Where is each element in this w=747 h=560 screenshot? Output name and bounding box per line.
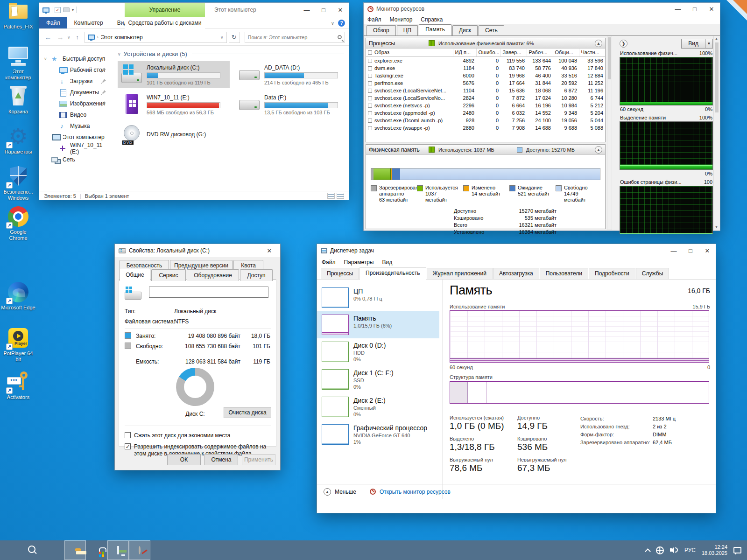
language-indicator[interactable]: РУС [684,547,696,553]
desktop-icon[interactable]: ••• ↗ Activators [1,371,35,400]
resmon-tab[interactable]: Память [419,24,451,35]
taskmgr-tab[interactable]: Журнал приложений [427,268,493,279]
sidebar-item[interactable]: Этот компьютер [39,132,111,143]
view-dropdown-chevron-icon[interactable]: ▼ [705,39,712,48]
drive-tile[interactable]: DVD DVD RW дисковод (G:) [118,121,230,148]
process-checkbox[interactable] [368,119,372,123]
resmon-titlebar[interactable]: Монитор ресурсов — □ ✕ [364,3,720,15]
process-checkbox[interactable] [368,111,372,115]
performance-sidebar-item[interactable]: Диск 2 (E:) Сменный 0% [317,393,439,421]
address-bar[interactable]: › Этот компьютер ∨ [85,32,227,43]
menu-item[interactable]: Справка [421,16,443,23]
column-header[interactable]: Завер... [500,49,527,56]
drive-tile[interactable]: WIN7_10_11 (E:) 568 МБ свободно из 56,3 … [118,91,230,118]
sidebar-item[interactable]: ∨ Быстрый доступ [39,53,111,64]
resmon-tab[interactable]: Сеть [479,25,504,35]
address-dropdown-chevron-icon[interactable]: ∨ [220,35,224,40]
minimize-button[interactable]: — [669,3,686,15]
close-button[interactable]: ✕ [699,244,716,257]
drive-tile[interactable]: Локальный диск (C:) 101 ГБ свободно из 1… [118,61,230,88]
dialog-titlebar[interactable]: Свойства: Локальный диск (C:) ✕ [115,244,280,257]
taskmgr-tab[interactable]: Службы [636,268,669,279]
tab-previous-versions[interactable]: Предыдущие версии [170,260,233,270]
collapse-group-chevron-icon[interactable]: ∨ [118,52,121,56]
performance-sidebar-item[interactable]: Память 1,0/15,9 ГБ (6%) [317,311,439,338]
taskmgr-tab[interactable]: Пользователи [540,268,588,279]
desktop-icon[interactable]: ↗ Безопасно... Windows [1,165,35,201]
forward-button[interactable]: → [55,33,65,41]
help-icon[interactable]: ? [338,20,345,27]
taskmgr-tab[interactable]: Производительность [359,267,426,280]
tab-hardware[interactable]: Оборудование [187,269,239,281]
desktop-icon[interactable]: Patches_FIX [1,0,35,30]
search-input[interactable] [248,35,338,40]
process-row[interactable]: explorer.exe 4892 0 119 556 133 644 100 … [366,57,605,64]
volume-icon[interactable] [670,546,678,554]
taskbar-button[interactable] [107,540,129,560]
view-button[interactable]: Вид ▼ [681,39,713,49]
process-row[interactable]: dwm.exe 1184 0 83 740 58 776 40 936 17 8… [366,64,605,72]
disk-tools-ribbon-tab[interactable]: Средства работы с дисками [125,17,205,29]
desktop-icon[interactable]: Player ↗ PotPlayer 64 bit [1,327,35,363]
sidebar-item[interactable]: WIN7_10_11 (E:) [39,143,111,154]
resmon-tab[interactable]: ЦП [397,25,418,35]
taskbar-button[interactable] [43,540,64,560]
performance-sidebar-item[interactable]: Диск 1 (C: F:) SSD 0% [317,366,439,393]
processes-section-header[interactable]: Процессы Использование физической памяти… [366,38,605,49]
customize-qat-chevron-icon[interactable]: ▾ [72,8,74,12]
close-button[interactable]: ✕ [262,247,276,254]
process-row[interactable]: svchost.exe (netsvcs -p) 2296 0 6 664 16… [366,102,605,109]
explorer-titlebar[interactable]: ✓ ▾ Управление Этот компьютер — □ ✕ [39,3,349,17]
disk-cleanup-button[interactable]: Очистка диска [224,407,271,418]
apply-button[interactable]: Применить [242,454,275,465]
up-button[interactable]: ↑ [72,34,83,41]
network-status-icon[interactable] [656,546,664,554]
refresh-button[interactable]: ↻ [229,32,240,43]
taskmgr-tab[interactable]: Процессы [321,268,359,279]
clock[interactable]: 12:24 18.03.2025 [702,544,727,556]
maximize-button[interactable]: □ [315,3,332,17]
process-row[interactable]: Taskmgr.exe 6000 0 19 968 46 400 33 516 … [366,72,605,79]
sidebar-item[interactable]: Загрузки [39,76,111,87]
resmon-tab[interactable]: Обзор [366,25,396,35]
drive-tile[interactable]: Data (F:) 13,5 ГБ свободно из 103 ГБ [235,91,347,118]
process-row[interactable]: perfmon.exe 5676 0 17 664 31 844 20 592 … [366,79,605,87]
desktop-icon[interactable]: ⚙ ↗ Параметры [1,125,35,155]
minimize-button[interactable]: — [298,3,315,17]
manage-ribbon-tab[interactable]: Управление [125,3,205,17]
sidebar-item[interactable]: Изображения [39,98,111,109]
taskmgr-titlebar[interactable]: Диспетчер задач — □ ✕ [317,244,716,257]
process-checkbox[interactable] [368,96,372,100]
taskbar-button[interactable] [86,540,107,560]
collapse-ribbon-chevron-icon[interactable]: ∨ [331,21,334,26]
properties-qat-icon[interactable]: ✓ [55,7,61,13]
taskbar-button[interactable] [21,540,43,560]
back-button[interactable]: ← [43,33,53,41]
process-checkbox[interactable] [368,81,372,85]
index-checkbox[interactable]: ✓ [125,443,131,449]
column-header[interactable]: ИД п... [453,49,476,56]
taskbar-button[interactable] [0,540,21,560]
process-row[interactable]: svchost.exe (LocalServiceNo... 2824 0 7 … [366,94,605,102]
desktop-icon[interactable]: Корзина [1,85,35,115]
process-checkbox[interactable] [368,74,372,78]
sections-scrollbar[interactable] [607,36,612,230]
details-view-button[interactable] [327,193,335,199]
compress-checkbox[interactable] [125,432,131,438]
collapse-section-chevron-icon[interactable]: ▲ [595,40,602,47]
column-header[interactable]: Рабоч... [527,49,553,56]
scroll-down-arrow-icon[interactable]: ▼ [714,224,719,230]
maximize-button[interactable]: □ [682,244,699,257]
menu-item[interactable]: Монитор [390,16,413,23]
ribbon-tab[interactable]: Файл [39,17,67,28]
ribbon-tab[interactable]: Компьютер [67,17,110,28]
taskbar-button[interactable] [64,540,86,560]
column-header[interactable]: Частн... [579,49,605,56]
menu-item[interactable]: Параметры [344,259,374,266]
taskbar-button[interactable] [129,540,150,560]
desktop-icon[interactable]: ↗ Microsoft Edge [1,281,35,311]
process-row[interactable]: svchost.exe (wsappx -p) 2880 0 7 908 14 … [366,124,605,131]
sidebar-item[interactable]: Сеть [39,154,111,165]
open-resource-monitor-link[interactable]: Открыть монитор ресурсов [380,489,451,495]
maximize-button[interactable]: □ [686,3,703,15]
